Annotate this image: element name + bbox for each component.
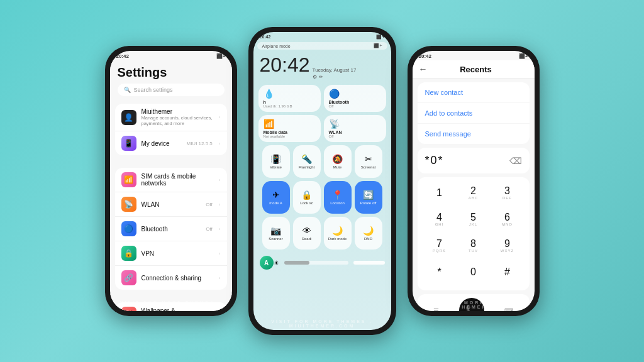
wlan-cc-label: WLAN	[329, 130, 342, 134]
cc-tile-mobiledata[interactable]: 📶 Mobile data Not available	[258, 115, 321, 142]
cc-row-1: 💧 h Used th: 1.96 GB 🔵 Bluetooth Off	[258, 85, 386, 112]
back-button[interactable]: ←	[419, 64, 428, 74]
cc-tile-rotate[interactable]: 🔄 Rotate off	[355, 181, 382, 214]
cc-row-3: ✈ mode A 🔒 Lock sc 📍 Location 🔄 Rotate o…	[258, 181, 386, 214]
cc-tile-bluetooth[interactable]: 🔵 Bluetooth Off	[324, 85, 386, 112]
cc-tile-reading[interactable]: 👁 Readi	[293, 217, 321, 250]
add-to-contacts-option[interactable]: Add to contacts	[418, 103, 530, 124]
settings-section-connectivity: 📶 SIM cards & mobile networks › 📡 WLAN O…	[115, 168, 227, 290]
numpad-0[interactable]: 0	[459, 260, 488, 284]
brightness-slider[interactable]	[284, 261, 348, 265]
cc-tile-vibrate[interactable]: 📳 Vibrate	[262, 145, 290, 178]
settings-section-account: 👤 Miuithemer Manage accounts, cloud serv…	[115, 104, 227, 155]
numpad-8[interactable]: 8TUV	[459, 234, 488, 258]
cc-tile-lockscreen[interactable]: 🔒 Lock sc	[293, 181, 321, 214]
numpad-1[interactable]: 1	[425, 181, 454, 205]
connection-label: Connection & sharing	[142, 275, 214, 282]
settings-title: Settings	[118, 65, 225, 80]
mobiledata-label: Mobile data	[264, 130, 288, 134]
cc-tile-scanner[interactable]: 📷 Scanner	[262, 217, 290, 250]
cc-tile-location[interactable]: 📍 Location	[324, 181, 352, 214]
delete-button[interactable]: ⌫	[509, 156, 522, 166]
numpad-5[interactable]: 5JKL	[459, 207, 488, 231]
new-contact-option[interactable]: New contact	[418, 82, 530, 103]
rotate-label: Rotate off	[360, 201, 377, 205]
cc-tile-mute[interactable]: 🔕 Mute	[324, 145, 352, 178]
cc-tiles: 💧 h Used th: 1.96 GB 🔵 Bluetooth Off 📶 M…	[253, 82, 391, 252]
send-message-option[interactable]: Send message	[418, 124, 530, 144]
watermark: VISIT FOR MORE THEMES - MIUITHEMER.COM	[110, 299, 232, 311]
scanner-icon: 📷	[270, 226, 281, 236]
settings-item-sim[interactable]: 📶 SIM cards & mobile networks ›	[115, 168, 227, 192]
search-bar[interactable]: 🔍 Search settings	[118, 84, 225, 96]
numpad-6[interactable]: 6MNO	[493, 207, 522, 231]
scanner-label: Scanner	[269, 237, 282, 241]
flashlight-icon: 🔦	[301, 154, 312, 164]
cc-tile-darkmode[interactable]: 🌙 Dark mode	[324, 217, 352, 250]
numpad-row-2: 4GHI 5JKL 6MNO	[423, 207, 525, 231]
cc-tile-dnd[interactable]: 🌙 DND	[355, 217, 382, 250]
dnd-label: DND	[364, 237, 372, 241]
brightness-fill	[284, 261, 310, 265]
settings-item-wlan[interactable]: 📡 WLAN Off ›	[115, 192, 227, 217]
mobiledata-sub: Not available	[264, 134, 286, 138]
wlan-cc-sub: Off	[329, 134, 334, 138]
settings-header: Settings 🔍 Search settings	[110, 60, 232, 100]
search-icon: 🔍	[124, 87, 131, 93]
darkmode-label: Dark mode	[328, 237, 347, 241]
settings-item-miuithemer[interactable]: 👤 Miuithemer Manage accounts, cloud serv…	[115, 104, 227, 131]
cc-avatar[interactable]: A	[260, 256, 274, 270]
cc-white-bar	[353, 261, 385, 265]
reading-icon: 👁	[303, 226, 311, 236]
numpad-hash[interactable]: #	[493, 260, 522, 284]
vibrate-icon: 📳	[270, 154, 281, 164]
settings-item-connection[interactable]: 🔗 Connection & sharing ›	[115, 266, 227, 290]
miuithemer-sub: Manage accounts, cloud services, payment…	[142, 115, 214, 126]
settings-item-bluetooth[interactable]: 🔵 Bluetooth Off ›	[115, 217, 227, 241]
recents-options: New contact Add to contacts Send message	[418, 82, 530, 144]
arrow-icon: ›	[219, 251, 221, 256]
numpad-3[interactable]: 3DEF	[493, 181, 522, 205]
time-1: 20:42	[116, 53, 129, 59]
cc-time-section: 20:42 Tuesday, August 17 ⚙ ✏	[253, 51, 391, 82]
arrow-icon: ›	[219, 114, 221, 120]
bt-label: Bluetooth	[329, 100, 350, 104]
numpad-2[interactable]: 2ABC	[459, 181, 488, 205]
bluetooth-label: Bluetooth	[142, 226, 201, 233]
airplane-label: Airplane mode	[262, 44, 291, 48]
cc-tile-flashlight[interactable]: 🔦 Flashlight	[293, 145, 321, 178]
numpad-7[interactable]: 7PQRS	[425, 234, 454, 258]
battery-3: ⬛+	[519, 53, 528, 59]
section-divider-2	[110, 293, 232, 299]
cc-status-bar: 20:42 ⬛+	[253, 32, 391, 41]
cc-bottom-bar: A ☀	[253, 253, 391, 272]
mobiledata-icon: 📶	[264, 119, 274, 129]
settings-item-mydevice[interactable]: 📱 My device MIUI 12.5.5 ›	[115, 131, 227, 155]
cc-tile-airplane[interactable]: ✈ mode A	[262, 181, 290, 214]
numpad-row-4: * 0 #	[423, 260, 525, 284]
section-divider	[110, 159, 232, 164]
status-bar-1: 20:42 ⬛+	[110, 51, 232, 60]
wlan-cc-icon: 📡	[329, 119, 340, 129]
battery-1: ⬛+	[216, 53, 226, 59]
status-bar-3: 20:42 ⬛+	[413, 51, 535, 60]
cc-tile-storage[interactable]: 💧 h Used th: 1.96 GB	[258, 85, 321, 112]
cc-tile-wlan[interactable]: 📡 WLAN Off	[324, 115, 386, 142]
rotate-icon: 🔄	[363, 190, 374, 200]
numpad-9[interactable]: 9WXYZ	[493, 234, 522, 258]
bluetooth-icon: 🔵	[121, 221, 136, 236]
dnd-icon: 🌙	[363, 226, 374, 236]
phone-settings: 20:42 ⬛+ Settings 🔍 Search settings 👤 Mi…	[105, 46, 237, 316]
vpn-icon: 🔒	[121, 246, 136, 261]
recents-nav: ← Recents	[413, 60, 535, 79]
search-placeholder: Search settings	[134, 87, 173, 93]
vibrate-label: Vibrate	[270, 165, 282, 169]
numpad-star[interactable]: *	[425, 260, 454, 284]
settings-item-vpn[interactable]: 🔒 VPN ›	[115, 241, 227, 266]
cc-battery: ⬛+	[376, 35, 384, 40]
cc-tile-screenshot[interactable]: ✂ Screenst	[355, 145, 382, 178]
airplane-bar: Airplane mode ⬛+	[257, 42, 387, 50]
numpad: 1 2ABC 3DEF 4GHI 5JKL 6MNO 7PQRS 8TUV 9W…	[418, 177, 530, 290]
arrow-icon: ›	[219, 275, 221, 281]
numpad-4[interactable]: 4GHI	[425, 207, 454, 231]
